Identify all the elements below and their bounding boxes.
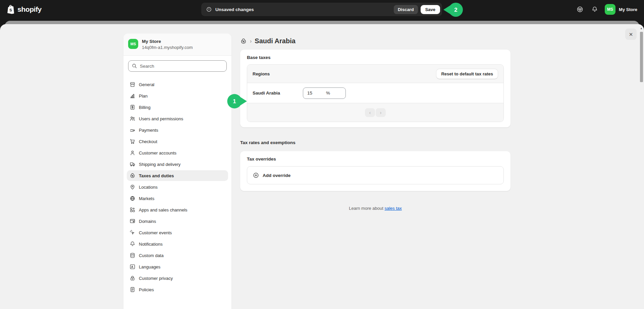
page-title: Saudi Arabia	[255, 37, 296, 45]
sidebar-item-locations[interactable]: Locations	[127, 182, 228, 192]
sidebar-store-name: My Store	[142, 39, 193, 44]
sidebar-item-policies[interactable]: Policies	[127, 284, 228, 295]
sidebar-item-general[interactable]: General	[127, 79, 228, 90]
sidebar-item-languages[interactable]: Languages	[127, 261, 228, 272]
unsaved-changes-label: Unsaved changes	[215, 7, 254, 12]
badge-1-number: 1	[233, 98, 236, 105]
badge-2-number: 2	[454, 7, 457, 13]
pagination-prev-button[interactable]: ‹	[365, 108, 375, 117]
sidebar-item-label: Payments	[139, 128, 158, 133]
billing-icon	[129, 104, 136, 110]
tax-rates-section-title: Tax rates and exemptions	[240, 140, 511, 145]
sidebar-item-shipping-and-delivery[interactable]: Shipping and delivery	[127, 159, 228, 170]
sidebar-item-label: Apps and sales channels	[139, 207, 187, 212]
sidebar-item-label: Custom data	[139, 253, 164, 258]
sidebar-item-label: Markets	[139, 196, 154, 201]
person-icon	[129, 150, 136, 156]
sidebar-store-avatar: MS	[128, 39, 138, 49]
svg-text:S: S	[9, 8, 12, 12]
sidebar-item-payments[interactable]: Payments	[127, 125, 228, 135]
add-override-label: Add override	[263, 173, 290, 178]
sidebar-item-label: Shipping and delivery	[139, 162, 180, 167]
shopify-wordmark: shopify	[17, 5, 42, 13]
sidebar-item-plan[interactable]: Plan	[127, 90, 228, 101]
sidebar-item-label: General	[139, 82, 154, 87]
shopify-bag-icon: S	[7, 5, 15, 14]
search-input[interactable]	[128, 60, 227, 72]
truck-icon	[129, 161, 136, 167]
sidebar-item-domains[interactable]: Domains	[127, 216, 228, 227]
sidebar-item-label: Notifications	[139, 242, 163, 247]
region-name: Saudi Arabia	[253, 90, 303, 96]
sidekick-icon[interactable]	[575, 5, 585, 14]
scroll-up-arrow[interactable]: ▲	[639, 25, 643, 30]
sidebar-item-customer-accounts[interactable]: Customer accounts	[127, 147, 228, 158]
sidebar-item-label: Users and permissions	[139, 116, 183, 121]
sidebar-item-checkout[interactable]: Checkout	[127, 136, 228, 147]
sidebar-search	[123, 56, 231, 76]
table-pagination: ‹ ›	[247, 103, 503, 122]
sidebar-item-billing[interactable]: Billing	[127, 102, 228, 113]
base-taxes-card: Base taxes Regions Reset to default tax …	[240, 50, 511, 127]
regions-table-header: Regions Reset to default tax rates	[247, 65, 503, 83]
account-menu[interactable]: MS My Store	[605, 4, 637, 15]
globe-icon	[129, 195, 136, 201]
store-icon	[129, 81, 136, 87]
bell-icon	[129, 241, 136, 247]
sidebar-item-label: Locations	[139, 185, 158, 190]
account-store-name: My Store	[619, 7, 637, 12]
main-content: › Saudi Arabia Base taxes Regions Reset …	[231, 24, 639, 309]
sidebar-item-label: Customer privacy	[139, 276, 173, 281]
sidebar-item-notifications[interactable]: Notifications	[127, 239, 228, 249]
pagination-next-button[interactable]: ›	[376, 108, 386, 117]
sidebar-item-taxes-and-duties[interactable]: Taxes and duties	[127, 170, 228, 181]
settings-sidebar: MS My Store 14q0fm-a1.myshopify.com Gene…	[123, 34, 231, 309]
reset-default-tax-rates-button[interactable]: Reset to default tax rates	[436, 69, 498, 79]
sidebar-store-domain: 14q0fm-a1.myshopify.com	[142, 45, 193, 50]
notifications-bell-icon[interactable]	[590, 5, 599, 14]
save-button[interactable]: Save	[421, 5, 440, 14]
chevron-right-icon: ›	[250, 38, 252, 44]
sidebar-item-label: Languages	[139, 264, 160, 269]
sidebar-item-label: Checkout	[139, 139, 157, 144]
sidebar-nav: GeneralPlanBillingUsers and permissionsP…	[123, 76, 231, 298]
tax-overrides-title: Tax overrides	[247, 157, 504, 162]
scrollbar[interactable]: ▲	[639, 25, 643, 309]
tax-overrides-card: Tax overrides Add override	[240, 151, 511, 191]
learn-more-prefix: Learn more about	[349, 206, 383, 211]
annotation-badge-1: 1	[227, 94, 248, 110]
percent-suffix: %	[326, 90, 330, 96]
tax-rate-input[interactable]	[307, 90, 319, 96]
settings-sheet: ✕ ▲ MS My Store 14q0fm-a1.myshopify.com …	[0, 24, 644, 309]
shopify-logo[interactable]: S shopify	[7, 0, 42, 19]
tax-rate-field[interactable]: %	[303, 87, 346, 99]
scrollbar-thumb[interactable]	[640, 32, 643, 82]
sidebar-item-markets[interactable]: Markets	[127, 193, 228, 204]
breadcrumb: › Saudi Arabia	[240, 37, 511, 45]
apps-icon	[129, 207, 136, 213]
sidebar-item-custom-data[interactable]: Custom data	[127, 250, 228, 261]
plan-icon	[129, 93, 136, 99]
sidebar-item-users-and-permissions[interactable]: Users and permissions	[127, 113, 228, 124]
discard-button[interactable]: Discard	[394, 5, 418, 14]
store-avatar: MS	[605, 4, 615, 15]
tax-bag-icon[interactable]	[240, 38, 247, 45]
sidebar-item-apps-and-sales-channels[interactable]: Apps and sales channels	[127, 204, 228, 215]
alert-circle-icon	[206, 6, 212, 12]
policies-icon	[129, 287, 136, 293]
cursor-icon	[129, 230, 136, 236]
languages-icon	[129, 264, 136, 270]
sales-tax-link[interactable]: sales tax	[384, 206, 401, 211]
plus-circle-icon	[253, 172, 259, 179]
cart-icon	[129, 138, 136, 144]
sidebar-item-label: Taxes and duties	[139, 173, 174, 178]
lock-icon	[129, 275, 136, 281]
tax-bag-icon	[129, 173, 136, 179]
learn-more-text: Learn more about sales tax	[240, 206, 511, 211]
regions-header-label: Regions	[253, 71, 270, 76]
sidebar-item-customer-events[interactable]: Customer events	[127, 227, 228, 238]
sidebar-item-customer-privacy[interactable]: Customer privacy	[127, 273, 228, 284]
sidebar-item-label: Customer accounts	[139, 150, 176, 156]
add-override-button[interactable]: Add override	[247, 166, 504, 184]
base-taxes-title: Base taxes	[247, 55, 504, 60]
